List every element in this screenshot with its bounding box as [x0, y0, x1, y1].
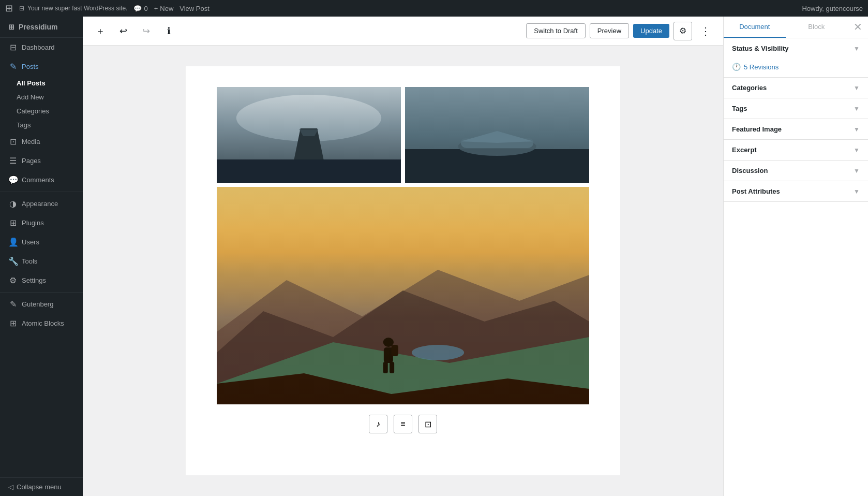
sidebar-item-plugins[interactable]: ⊞ Plugins [0, 213, 83, 232]
comments-count: 0 [144, 5, 147, 12]
view-post-text: View Post [179, 5, 209, 12]
tab-document[interactable]: Document [724, 17, 786, 38]
more-options-button[interactable]: ⋮ [696, 22, 715, 40]
status-visibility-title: Status & Visibility [732, 45, 789, 52]
info-icon: ℹ [167, 25, 171, 37]
categories-label: Categories [17, 107, 49, 115]
sidebar-item-users[interactable]: 👤 Users [0, 232, 83, 252]
undo-button[interactable]: ↩ [114, 22, 132, 40]
settings-button[interactable]: ⚙ [674, 22, 692, 40]
preview-label: Preview [597, 27, 621, 35]
sidebar-label-gutenberg: Gutenberg [22, 300, 53, 308]
appearance-icon: ◑ [8, 199, 18, 209]
svg-marker-12 [217, 270, 589, 404]
collapse-menu-button[interactable]: ◁ Collapse menu [0, 477, 83, 496]
sidebar-item-posts[interactable]: ✎ Posts [0, 57, 83, 76]
tags-header[interactable]: Tags ▼ [724, 98, 868, 119]
featured-image-header[interactable]: Featured Image ▼ [724, 119, 868, 139]
excerpt-header[interactable]: Excerpt ▼ [724, 140, 868, 160]
admin-avatar-icon: ⊟ [19, 5, 24, 12]
section-featured-image: Featured Image ▼ [724, 119, 868, 140]
sidebar-label-tools: Tools [22, 257, 37, 265]
dashboard-icon: ⊟ [8, 42, 18, 52]
sidebar-item-dashboard[interactable]: ⊟ Dashboard [0, 38, 83, 57]
svg-rect-11 [217, 187, 589, 404]
svg-marker-14 [217, 337, 589, 404]
howdy-text: Howdy, gutencourse [802, 5, 863, 12]
excerpt-arrow: ▼ [854, 147, 860, 154]
mountain-svg [217, 187, 589, 404]
add-block-button[interactable]: ＋ [91, 22, 110, 40]
sidebar-label-plugins: Plugins [22, 219, 44, 227]
featured-image-arrow: ▼ [854, 126, 860, 133]
sidebar-item-gutenberg[interactable]: ✎ Gutenberg [0, 295, 83, 314]
sidebar-item-media[interactable]: ⊡ Media [0, 132, 83, 151]
media-icon: ⊡ [8, 137, 18, 147]
tab-block[interactable]: Block [786, 17, 848, 38]
sidebar-subitem-tags[interactable]: Tags [0, 118, 83, 132]
featured-image-title: Featured Image [732, 125, 782, 133]
block-toolbar: ♪ ≡ ⊡ [217, 409, 589, 440]
sidebar-label-posts: Posts [22, 63, 39, 70]
collapse-icon: ◁ [8, 483, 13, 491]
update-label: Update [640, 27, 662, 35]
block-tab-label: Block [808, 23, 825, 31]
sidebar-item-pages[interactable]: ☰ Pages [0, 151, 83, 170]
preview-button[interactable]: Preview [590, 23, 629, 38]
gallery-row-2 [217, 187, 589, 404]
undo-icon: ↩ [119, 25, 127, 37]
sidebar-brand: ⊞ Pressidium [0, 17, 83, 38]
section-post-attributes: Post Attributes ▼ [724, 181, 868, 202]
sidebar-item-appearance[interactable]: ◑ Appearance [0, 194, 83, 213]
view-post-link[interactable]: View Post [179, 5, 209, 12]
sidebar-subitem-all-posts[interactable]: All Posts [0, 76, 83, 90]
posts-icon: ✎ [8, 62, 18, 71]
toolbar-right: Switch to Draft Preview Update ⚙ ⋮ [526, 22, 715, 40]
site-name[interactable]: ⊟ Your new super fast WordPress site. [19, 5, 127, 12]
section-discussion: Discussion ▼ [724, 161, 868, 181]
sidebar-label-dashboard: Dashboard [22, 43, 55, 51]
wp-logo-icon: ⊞ [5, 3, 13, 14]
switch-to-draft-button[interactable]: Switch to Draft [526, 23, 586, 38]
redo-icon: ↪ [142, 25, 150, 37]
right-panel: Document Block ✕ Status & Visibility ▼ 🕐… [723, 17, 868, 496]
list-icon: ≡ [400, 419, 405, 429]
sidebar-item-comments[interactable]: 💬 Comments [0, 170, 83, 189]
image-block-button[interactable]: ⊡ [418, 415, 437, 433]
section-status-visibility: Status & Visibility ▼ 🕐 5 Revisions [724, 38, 868, 78]
revisions-link[interactable]: 🕐 5 Revisions [724, 59, 868, 77]
update-button[interactable]: Update [633, 24, 669, 38]
status-visibility-header[interactable]: Status & Visibility ▼ [724, 38, 868, 59]
post-attributes-arrow: ▼ [854, 188, 860, 195]
sidebar-subitem-add-new[interactable]: Add New [0, 90, 83, 104]
svg-rect-16 [384, 347, 393, 363]
categories-title: Categories [732, 84, 767, 92]
sidebar-label-comments: Comments [22, 176, 54, 184]
comments-link[interactable]: 💬 0 [133, 5, 147, 12]
sidebar-item-settings[interactable]: ⚙ Settings [0, 271, 83, 290]
sidebar-subitem-categories[interactable]: Categories [0, 104, 83, 118]
add-block-icon: ＋ [96, 25, 105, 37]
sidebar-item-atomic-blocks[interactable]: ⊞ Atomic Blocks [0, 314, 83, 333]
new-menu[interactable]: + New [154, 5, 174, 12]
plugins-icon: ⊞ [8, 218, 18, 228]
redo-button[interactable]: ↪ [137, 22, 155, 40]
discussion-header[interactable]: Discussion ▼ [724, 161, 868, 181]
info-button[interactable]: ℹ [159, 22, 178, 40]
image-road [217, 87, 401, 183]
sidebar-item-tools[interactable]: 🔧 Tools [0, 252, 83, 271]
section-categories: Categories ▼ [724, 78, 868, 98]
users-icon: 👤 [8, 237, 18, 247]
excerpt-title: Excerpt [732, 146, 757, 154]
section-excerpt: Excerpt ▼ [724, 140, 868, 161]
audio-block-button[interactable]: ♪ [369, 415, 387, 433]
editor-canvas[interactable]: ♪ ≡ ⊡ [83, 46, 723, 496]
categories-header[interactable]: Categories ▼ [724, 78, 868, 98]
settings-gear-icon: ⚙ [679, 26, 686, 36]
panel-content: Status & Visibility ▼ 🕐 5 Revisions Cate… [724, 38, 868, 496]
sidebar-label-atomic-blocks: Atomic Blocks [22, 319, 64, 327]
list-block-button[interactable]: ≡ [394, 415, 412, 433]
post-attributes-header[interactable]: Post Attributes ▼ [724, 181, 868, 201]
svg-marker-15 [217, 373, 589, 404]
panel-close-button[interactable]: ✕ [847, 17, 868, 37]
